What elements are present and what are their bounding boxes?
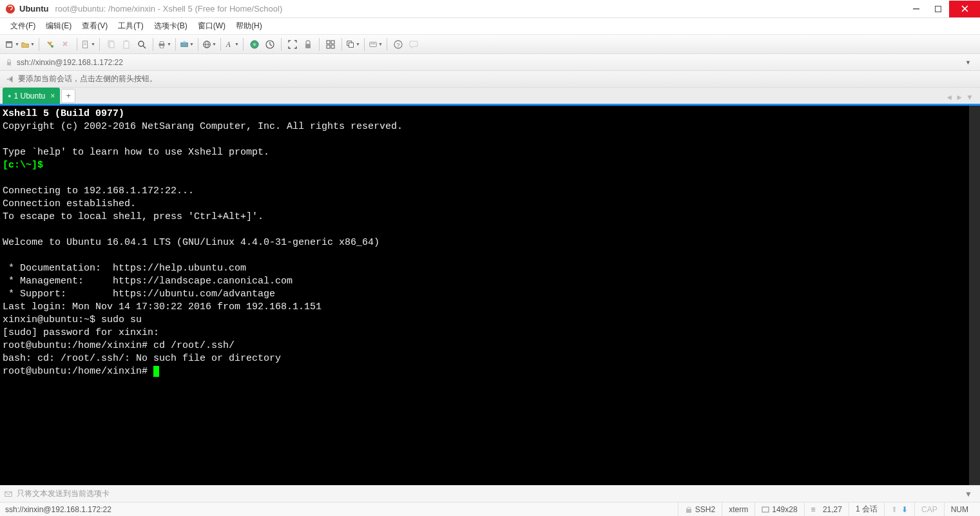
tab-close-button[interactable]: × bbox=[50, 91, 55, 100]
svg-rect-30 bbox=[349, 43, 353, 47]
color-scheme-button[interactable] bbox=[247, 37, 262, 52]
status-num: NUM bbox=[944, 502, 975, 516]
separator bbox=[220, 38, 221, 51]
tab-list-button[interactable]: ▼ bbox=[966, 93, 974, 102]
separator bbox=[281, 38, 282, 51]
tab-index: 1 bbox=[14, 91, 18, 100]
svg-rect-27 bbox=[327, 45, 330, 48]
tab-next-button[interactable]: ► bbox=[956, 93, 963, 102]
tab-status-dot: ● bbox=[8, 93, 11, 99]
tip-text: 要添加当前会话，点击左侧的箭头按钮。 bbox=[18, 73, 157, 84]
menu-edit[interactable]: 编辑(E) bbox=[41, 19, 77, 33]
copy-button[interactable] bbox=[104, 37, 118, 52]
separator bbox=[39, 38, 39, 51]
svg-rect-4 bbox=[6, 41, 12, 43]
status-protocol: SSH2 bbox=[678, 502, 722, 516]
terminal[interactable]: Xshell 5 (Build 0977)Copyright (c) 2002-… bbox=[0, 106, 980, 485]
lock-icon bbox=[5, 59, 13, 66]
separator bbox=[319, 38, 320, 51]
compose-placeholder[interactable]: 只将文本发送到当前选项卡 bbox=[17, 488, 961, 499]
svg-rect-12 bbox=[125, 40, 128, 42]
tip-bar: 要添加当前会话，点击左侧的箭头按钮。 bbox=[0, 71, 980, 88]
language-button[interactable]: ▼ bbox=[202, 37, 216, 52]
svg-rect-16 bbox=[160, 45, 163, 48]
lock-button[interactable] bbox=[301, 37, 315, 52]
close-button[interactable] bbox=[949, 1, 980, 17]
address-text[interactable]: ssh://xinxin@192.168.1.172:22 bbox=[17, 58, 961, 67]
disconnect-button[interactable] bbox=[59, 37, 73, 52]
tab-bar: ● 1 Ubuntu × + ◄ ► ▼ bbox=[0, 88, 980, 106]
svg-rect-28 bbox=[331, 45, 334, 48]
svg-text:?: ? bbox=[397, 42, 400, 48]
title-session: Ubuntu bbox=[19, 4, 48, 14]
svg-rect-31 bbox=[370, 42, 377, 46]
svg-rect-1 bbox=[913, 8, 919, 10]
separator bbox=[387, 38, 387, 51]
fullscreen-button[interactable] bbox=[285, 37, 300, 52]
titlebar: Ubuntu root@ubuntu: /home/xinxin - Xshel… bbox=[0, 0, 980, 18]
paste-button[interactable] bbox=[119, 37, 133, 52]
svg-rect-11 bbox=[124, 41, 129, 48]
svg-rect-15 bbox=[160, 41, 163, 44]
svg-rect-37 bbox=[7, 62, 11, 65]
svg-point-13 bbox=[139, 41, 144, 46]
svg-rect-10 bbox=[110, 42, 114, 48]
svg-rect-17 bbox=[181, 43, 188, 46]
help-button[interactable]: ? bbox=[391, 37, 405, 52]
compose-icon[interactable] bbox=[4, 490, 13, 499]
status-bar: ssh://xinxin@192.168.1.172:22 SSH2 xterm… bbox=[0, 502, 980, 516]
reconnect-button[interactable] bbox=[43, 37, 57, 52]
tile-button[interactable] bbox=[323, 37, 338, 52]
menu-file[interactable]: 文件(F) bbox=[5, 19, 41, 33]
separator bbox=[364, 38, 365, 51]
status-cursor-pos: ≡ 21,27 bbox=[804, 502, 849, 516]
svg-rect-24 bbox=[305, 44, 311, 48]
file-transfer-button[interactable]: ▼ bbox=[180, 37, 194, 52]
menu-tools[interactable]: 工具(T) bbox=[113, 19, 148, 33]
open-session-button[interactable]: ▼ bbox=[21, 37, 35, 52]
svg-rect-38 bbox=[12, 76, 13, 82]
svg-rect-34 bbox=[374, 43, 376, 44]
feedback-button[interactable] bbox=[407, 37, 421, 52]
new-session-button[interactable]: ▼ bbox=[5, 37, 19, 52]
menu-tabs[interactable]: 选项卡(B) bbox=[149, 19, 193, 33]
font-button[interactable]: A▼ bbox=[225, 37, 239, 52]
minimize-button[interactable] bbox=[905, 1, 927, 17]
address-dropdown[interactable]: ▼ bbox=[965, 59, 975, 66]
title-path: root@ubuntu: /home/xinxin - Xshell 5 (Fr… bbox=[55, 4, 282, 14]
compose-bar: 只将文本发送到当前选项卡 ▼ bbox=[0, 485, 980, 502]
find-button[interactable] bbox=[135, 37, 149, 52]
separator bbox=[341, 38, 342, 51]
tab-add-button[interactable]: + bbox=[61, 89, 75, 103]
status-sessions: 1 会话 bbox=[849, 502, 884, 516]
add-session-icon[interactable] bbox=[5, 75, 14, 84]
properties-button[interactable]: ▼ bbox=[81, 37, 95, 52]
download-icon: ⬇ bbox=[901, 505, 908, 514]
separator bbox=[99, 38, 100, 51]
tab-ubuntu[interactable]: ● 1 Ubuntu × bbox=[3, 88, 60, 104]
menu-help[interactable]: 帮助(H) bbox=[231, 19, 267, 33]
svg-rect-40 bbox=[686, 509, 691, 513]
status-connection: ssh://xinxin@192.168.1.172:22 bbox=[5, 505, 678, 514]
app-icon bbox=[5, 4, 15, 14]
menu-view[interactable]: 查看(V) bbox=[77, 19, 113, 33]
highlight-button[interactable] bbox=[263, 37, 277, 52]
svg-rect-26 bbox=[331, 41, 334, 44]
key-button[interactable]: ▼ bbox=[369, 37, 383, 52]
compose-dropdown[interactable]: ▼ bbox=[965, 490, 976, 499]
separator bbox=[243, 38, 244, 51]
print-button[interactable]: ▼ bbox=[157, 37, 171, 52]
terminal-scrollbar[interactable] bbox=[969, 106, 980, 485]
status-transfer: ⬆ ⬇ bbox=[884, 502, 914, 516]
svg-point-22 bbox=[253, 43, 256, 46]
maximize-button[interactable] bbox=[927, 1, 949, 17]
svg-rect-2 bbox=[936, 6, 941, 12]
window-controls bbox=[905, 1, 980, 17]
cascade-button[interactable]: ▼ bbox=[346, 37, 360, 52]
tab-prev-button[interactable]: ◄ bbox=[945, 93, 953, 102]
menu-window[interactable]: 窗口(W) bbox=[193, 19, 231, 33]
svg-rect-7 bbox=[84, 43, 86, 43]
menubar: 文件(F) 编辑(E) 查看(V) 工具(T) 选项卡(B) 窗口(W) 帮助(… bbox=[0, 18, 980, 35]
address-bar: ssh://xinxin@192.168.1.172:22 ▼ bbox=[0, 54, 980, 71]
separator bbox=[198, 38, 198, 51]
